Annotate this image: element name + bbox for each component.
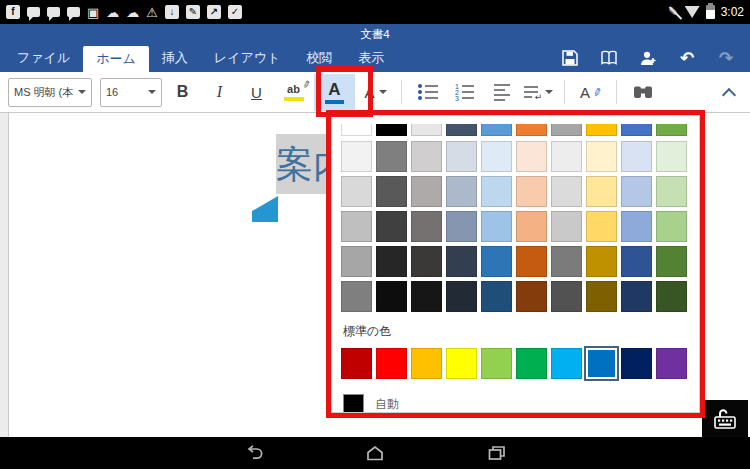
recents-button[interactable] [486,444,508,462]
color-swatch[interactable] [586,124,617,136]
bold-button[interactable]: B [166,75,199,109]
automatic-color-swatch[interactable] [343,394,364,413]
color-swatch[interactable] [446,141,477,172]
font-options-button[interactable]: A [359,75,392,109]
color-swatch[interactable] [621,176,652,207]
color-swatch[interactable] [656,141,687,172]
text-effects-button[interactable]: A ✎ [574,75,607,109]
color-swatch[interactable] [481,124,512,136]
color-swatch[interactable] [656,124,687,136]
redo-button[interactable]: ↷ [716,48,736,68]
color-swatch[interactable] [586,246,617,277]
color-swatch[interactable] [551,211,582,242]
color-swatch[interactable] [586,348,617,379]
color-swatch[interactable] [376,141,407,172]
color-swatch[interactable] [446,176,477,207]
color-swatch[interactable] [656,348,687,379]
color-swatch[interactable] [376,348,407,379]
color-swatch[interactable] [656,211,687,242]
color-swatch[interactable] [516,124,547,136]
color-swatch[interactable] [376,124,407,136]
font-name-select[interactable]: MS 明朝 (本 [8,78,92,107]
color-swatch[interactable] [621,246,652,277]
color-swatch[interactable] [551,176,582,207]
color-swatch[interactable] [376,246,407,277]
alignment-button[interactable] [485,75,518,109]
color-swatch[interactable] [446,246,477,277]
underline-button[interactable]: U [240,75,273,109]
home-button[interactable] [364,444,386,462]
color-swatch[interactable] [656,281,687,312]
color-swatch[interactable] [341,141,372,172]
color-swatch[interactable] [341,281,372,312]
tab-file[interactable]: ファイル [4,44,83,72]
read-view-button[interactable] [599,48,619,68]
find-button[interactable] [626,75,659,109]
color-swatch[interactable] [446,124,477,136]
color-swatch[interactable] [516,246,547,277]
color-swatch[interactable] [411,124,442,136]
color-swatch[interactable] [411,246,442,277]
color-swatch[interactable] [341,176,372,207]
save-button[interactable] [560,48,580,68]
color-swatch[interactable] [551,141,582,172]
color-swatch[interactable] [341,348,372,379]
font-color-button[interactable]: A [314,74,355,111]
color-swatch[interactable] [341,246,372,277]
color-swatch[interactable] [376,176,407,207]
color-swatch[interactable] [516,211,547,242]
color-swatch[interactable] [411,176,442,207]
tab-insert[interactable]: 挿入 [149,44,201,72]
color-swatch[interactable] [656,176,687,207]
color-swatch[interactable] [551,281,582,312]
collapse-toolbar-button[interactable] [722,88,736,102]
tab-home[interactable]: ホーム [83,46,149,72]
color-swatch[interactable] [551,348,582,379]
color-swatch[interactable] [481,141,512,172]
color-swatch[interactable] [621,211,652,242]
share-button[interactable] [638,48,658,68]
selection-handle[interactable] [252,196,278,222]
color-swatch[interactable] [411,141,442,172]
color-swatch[interactable] [446,281,477,312]
color-swatch[interactable] [516,176,547,207]
color-swatch[interactable] [411,348,442,379]
color-swatch[interactable] [621,124,652,136]
color-swatch[interactable] [481,246,512,277]
color-swatch[interactable] [411,211,442,242]
color-swatch[interactable] [586,211,617,242]
back-button[interactable] [242,444,264,462]
color-swatch[interactable] [516,141,547,172]
color-swatch[interactable] [586,281,617,312]
color-swatch[interactable] [516,281,547,312]
automatic-color-item[interactable]: 自動 [341,394,690,413]
keyboard-toggle-button[interactable] [702,400,748,437]
color-swatch[interactable] [481,348,512,379]
color-swatch[interactable] [376,281,407,312]
color-swatch[interactable] [656,246,687,277]
color-swatch[interactable] [446,348,477,379]
tab-review[interactable]: 校閲 [293,44,345,72]
color-swatch[interactable] [586,141,617,172]
bullet-list-button[interactable] [411,75,444,109]
color-swatch[interactable] [621,281,652,312]
paragraph-options-button[interactable]: ↵ [522,75,555,109]
highlight-button[interactable]: ab [277,75,310,109]
color-swatch[interactable] [551,246,582,277]
color-swatch[interactable] [376,211,407,242]
font-size-select[interactable]: 16 [100,78,162,107]
color-swatch[interactable] [341,124,372,136]
color-swatch[interactable] [411,281,442,312]
italic-button[interactable]: I [203,75,236,109]
color-swatch[interactable] [341,211,372,242]
color-swatch[interactable] [481,176,512,207]
color-swatch[interactable] [516,348,547,379]
color-swatch[interactable] [621,348,652,379]
color-swatch[interactable] [586,176,617,207]
color-swatch[interactable] [446,211,477,242]
color-swatch[interactable] [551,124,582,136]
tab-view[interactable]: 表示 [345,44,397,72]
color-swatch[interactable] [481,211,512,242]
color-swatch[interactable] [621,141,652,172]
tab-layout[interactable]: レイアウト [201,44,294,72]
